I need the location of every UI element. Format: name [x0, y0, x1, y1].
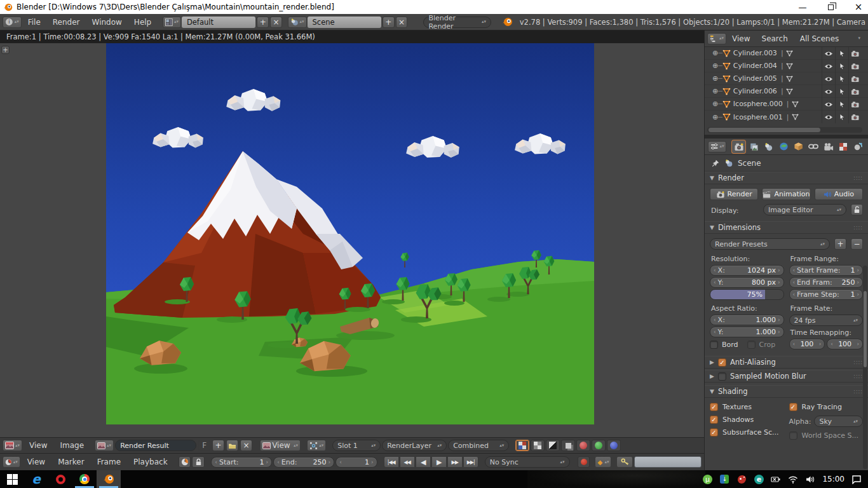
red-app-tray-icon[interactable]	[736, 474, 747, 484]
pin-icon[interactable]	[711, 159, 720, 168]
render-presets-select[interactable]: Render Presets ▴▾	[710, 238, 830, 250]
scene-field[interactable]: Scene	[308, 17, 381, 28]
image-menu-view[interactable]: View	[24, 441, 53, 450]
end-frame-field[interactable]: ‹ End: 250 ›	[273, 457, 334, 468]
panel-header-dimensions[interactable]: ▼ Dimensions ::::	[705, 221, 868, 234]
keying-set-key-button[interactable]	[616, 456, 633, 468]
expand-icon[interactable]: ⊕	[712, 49, 718, 57]
taskbar-opera[interactable]	[48, 470, 72, 488]
utorrent-tray-icon[interactable]: µ	[702, 474, 712, 484]
restore-button[interactable]	[826, 3, 835, 11]
outliner-menu-view[interactable]: View	[726, 34, 756, 43]
expand-icon[interactable]: ⊕	[712, 87, 718, 95]
render-pass-select[interactable]: Combined ▴▾	[448, 440, 509, 451]
taskbar-chrome[interactable]	[72, 470, 97, 488]
outliner-row[interactable]: ⊕─ Cylinder.003 |	[705, 47, 868, 60]
panel-grip-icon[interactable]: ::::	[853, 360, 863, 365]
remove-preset-button[interactable]: −	[851, 238, 863, 250]
renderability-toggle[interactable]	[848, 85, 862, 98]
shadows-checkbox[interactable]: ✓	[710, 416, 718, 424]
screen-layout-field[interactable]: Default	[182, 17, 255, 28]
minimize-button[interactable]: —	[798, 3, 807, 11]
panel-grip-icon[interactable]: ::::	[853, 389, 863, 395]
auto-keying-set-select[interactable]: ◆ ▴▾	[595, 456, 611, 468]
scene-browse-button[interactable]: ▴▾	[288, 17, 307, 28]
display-select[interactable]: Image Editor ▴▾	[763, 204, 846, 215]
green-channel-toggle[interactable]	[592, 440, 606, 451]
fps-select[interactable]: 24 fps ▴▾	[789, 315, 864, 326]
alpha-select[interactable]: Sky ▴▾	[814, 416, 863, 427]
jump-to-start-button[interactable]: |◀◀	[384, 456, 399, 468]
textures-checkbox[interactable]: ✓	[710, 403, 718, 411]
editor-type-properties-button[interactable]: ▴▾	[708, 141, 726, 152]
volume-tray-icon[interactable]	[805, 474, 815, 484]
outliner-row[interactable]: ⊕─ Cylinder.004 |	[705, 60, 868, 72]
panel-grip-icon[interactable]: ::::	[853, 374, 863, 379]
properties-scrollbar[interactable]	[863, 266, 867, 469]
menu-help[interactable]: Help	[128, 18, 157, 27]
end-frame-field[interactable]: ‹ End Fram: 250 ›	[789, 277, 864, 288]
visibility-toggle[interactable]	[822, 111, 835, 123]
editor-type-info-button[interactable]: i ▴▾	[3, 17, 22, 28]
blue-channel-toggle[interactable]	[607, 440, 621, 451]
anti-aliasing-checkbox[interactable]: ✓	[718, 358, 726, 367]
outliner-row[interactable]: ⊕─ Cylinder.005 |	[705, 72, 868, 85]
close-button[interactable]: ×	[854, 3, 863, 11]
view-mode-select[interactable]: View ▴▾	[260, 440, 301, 451]
delete-scene-button[interactable]: ×	[396, 17, 408, 28]
start-frame-field[interactable]: ‹ Start: 1 ›	[211, 457, 272, 468]
aspect-x-field[interactable]: ‹ X: 1.000 ›	[710, 315, 784, 325]
screen-layout-browse-button[interactable]: ▴▾	[163, 17, 181, 28]
add-layout-button[interactable]: +	[257, 17, 269, 28]
tab-constraints[interactable]	[807, 140, 820, 153]
resolution-x-field[interactable]: ‹ X: 1024 px ›	[710, 265, 784, 276]
subsurface-checkbox[interactable]: ✓	[710, 428, 718, 437]
tab-texture[interactable]	[837, 140, 850, 153]
render-engine-select[interactable]: Blender Render ▴▾	[423, 17, 491, 28]
play-reverse-button[interactable]: ◀	[416, 456, 431, 468]
expand-icon[interactable]: ⊕	[712, 62, 718, 70]
render-slot-select[interactable]: Slot 1 ▴▾	[332, 440, 381, 451]
panel-header-render[interactable]: ▼ Render ::::	[705, 172, 868, 184]
expand-icon[interactable]: ⊕	[712, 74, 718, 83]
outliner-row[interactable]: ⊕─ Icosphere.000 |	[705, 98, 868, 111]
editor-type-image-button[interactable]: ▴▾	[3, 440, 22, 451]
panel-grip-icon[interactable]: ::::	[853, 225, 863, 231]
render-animation-button[interactable]: Animation	[762, 188, 810, 200]
editor-type-outliner-button[interactable]: ▴▾	[707, 33, 726, 44]
renderability-toggle[interactable]	[848, 47, 862, 60]
tab-render-layers[interactable]	[747, 140, 761, 153]
renderability-toggle[interactable]	[848, 111, 862, 123]
action-center-icon[interactable]	[851, 474, 862, 484]
z-buffer-toggle[interactable]	[561, 440, 575, 451]
ray-tracing-checkbox[interactable]: ✓	[789, 403, 797, 411]
wifi-tray-icon[interactable]	[788, 474, 798, 484]
delete-layout-button[interactable]: ×	[270, 17, 282, 28]
battery-tray-icon[interactable]	[771, 474, 781, 484]
pivot-select[interactable]: ▴▾	[307, 440, 326, 451]
selectability-toggle[interactable]	[835, 72, 848, 85]
render-layer-select[interactable]: RenderLayer ▴▾	[382, 440, 447, 451]
selectability-toggle[interactable]	[835, 85, 848, 98]
panel-header-motion-blur[interactable]: ▶ Sampled Motion Blur ::::	[705, 370, 868, 383]
draw-image-toggle[interactable]	[515, 440, 529, 451]
outliner-horizontal-scrollbar[interactable]	[707, 127, 862, 133]
tab-render[interactable]	[732, 140, 745, 153]
open-image-button[interactable]	[226, 440, 238, 451]
image-editor-viewport[interactable]: +	[0, 43, 704, 437]
add-scene-button[interactable]: +	[383, 17, 395, 28]
region-expand-handle[interactable]: +	[1, 46, 10, 54]
remap-old-field[interactable]: ‹ 100 ›	[789, 339, 825, 349]
selectability-toggle[interactable]	[835, 98, 848, 111]
resolution-percentage-slider[interactable]: 75%	[710, 289, 784, 300]
renderability-toggle[interactable]	[848, 60, 862, 72]
visibility-toggle[interactable]	[822, 85, 835, 98]
play-button[interactable]: ▶	[431, 456, 447, 468]
aspect-y-field[interactable]: ‹ Y: 1.000 ›	[710, 327, 784, 337]
motion-blur-checkbox[interactable]	[718, 372, 726, 381]
jump-to-end-button[interactable]: ▶▶|	[463, 456, 478, 468]
tab-object[interactable]	[792, 140, 805, 153]
current-frame-field[interactable]: ‹ 1 ›	[336, 457, 377, 468]
remap-new-field[interactable]: ‹ 100 ›	[827, 339, 863, 349]
visibility-toggle[interactable]	[822, 47, 835, 60]
